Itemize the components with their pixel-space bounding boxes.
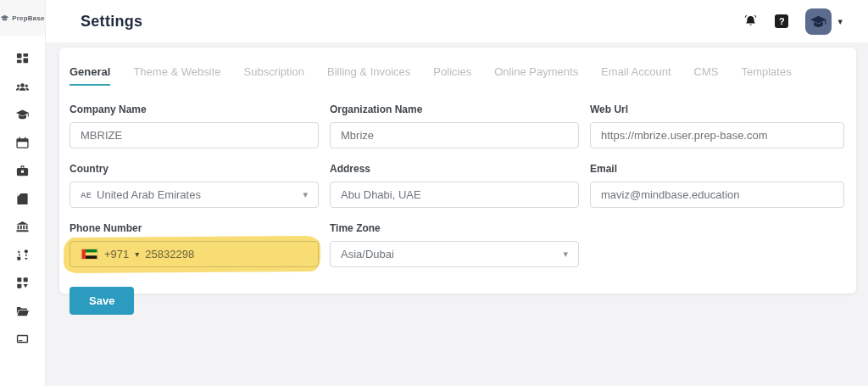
workflow-icon (15, 248, 30, 262)
empty-grid-cell (590, 222, 844, 267)
sidebar-item-jobs[interactable] (12, 163, 34, 178)
phone-number-field: Phone Number +971 ▾ 25832298 (70, 222, 319, 267)
help-button[interactable]: ? (775, 14, 788, 28)
chevron-down-icon: ▾ (303, 189, 308, 200)
sidebar-item-library[interactable] (12, 191, 34, 206)
phone-number-label: Phone Number (70, 222, 319, 234)
graduation-cap-icon (15, 108, 30, 122)
question-mark-icon: ? (779, 16, 785, 26)
settings-card: General Theme & Website Subscription Bil… (59, 48, 856, 294)
logo[interactable]: PrepBase (0, 0, 45, 36)
prepbase-logo-icon (0, 14, 9, 23)
phone-number-value[interactable]: 25832298 (145, 248, 194, 260)
organization-name-label: Organization Name (330, 103, 579, 115)
notifications-button[interactable] (743, 14, 758, 29)
country-field: Country AE United Arab Emirates ▾ (70, 163, 319, 208)
sidebar-item-users[interactable] (12, 79, 34, 94)
briefcase-icon (15, 164, 30, 178)
main-area: Settings ? ▾ General (46, 0, 868, 386)
tab-general[interactable]: General (70, 65, 110, 86)
web-url-label: Web Url (590, 103, 844, 115)
avatar (805, 8, 832, 35)
sidebar: PrepBase (0, 0, 46, 386)
company-name-input[interactable] (70, 122, 319, 148)
tab-online-payments[interactable]: Online Payments (494, 65, 578, 86)
company-name-field: Company Name (70, 103, 319, 148)
tab-policies[interactable]: Policies (433, 65, 471, 86)
timezone-label: Time Zone (330, 222, 579, 234)
folder-open-icon (15, 304, 30, 318)
web-url-input[interactable] (590, 122, 844, 148)
sidebar-item-apps[interactable] (12, 275, 34, 290)
tab-theme-website[interactable]: Theme & Website (133, 65, 220, 86)
topbar-actions: ? ▾ (743, 8, 843, 35)
sidebar-item-files[interactable] (12, 303, 34, 318)
timezone-field: Time Zone Asia/Dubai ▾ (330, 222, 579, 267)
chevron-down-icon: ▾ (135, 249, 139, 259)
user-menu[interactable]: ▾ (805, 8, 843, 35)
users-icon (15, 80, 30, 94)
tab-cms[interactable]: CMS (694, 65, 719, 86)
country-value: United Arab Emirates (97, 188, 201, 201)
credit-card-icon (15, 332, 30, 346)
tab-email-account[interactable]: Email Account (601, 65, 670, 86)
dial-code[interactable]: +971 (104, 248, 129, 260)
settings-tabs: General Theme & Website Subscription Bil… (70, 65, 844, 86)
company-name-label: Company Name (70, 103, 319, 115)
logo-text: PrepBase (12, 14, 45, 22)
phone-number-input[interactable]: +971 ▾ 25832298 (70, 241, 319, 267)
country-label: Country (70, 163, 319, 175)
tab-templates[interactable]: Templates (741, 65, 791, 86)
apps-arrow-down-icon (15, 276, 30, 290)
topbar: Settings ? ▾ (46, 0, 868, 42)
uae-flag-icon (81, 249, 98, 260)
email-input[interactable] (590, 182, 844, 208)
country-code-badge: AE (81, 191, 92, 199)
timezone-value: Asia/Dubai (341, 248, 394, 260)
sidebar-item-institution[interactable] (12, 219, 34, 234)
sidebar-item-dashboard[interactable] (12, 51, 34, 66)
sidebar-item-payments[interactable] (12, 331, 34, 346)
email-field: Email (590, 163, 844, 208)
dashboard-icon (15, 52, 30, 66)
page-title: Settings (81, 13, 142, 31)
chevron-down-icon: ▾ (563, 249, 568, 260)
country-select[interactable]: AE United Arab Emirates ▾ (70, 182, 319, 208)
calendar-icon (15, 136, 30, 150)
avatar-graduation-cap-icon (810, 13, 827, 31)
general-settings-form: Company Name Organization Name Web Url C… (70, 103, 844, 267)
email-label: Email (590, 163, 844, 175)
sidebar-item-workflow[interactable] (12, 247, 34, 262)
sidebar-item-calendar[interactable] (12, 135, 34, 150)
address-field: Address (330, 163, 579, 208)
save-button[interactable]: Save (70, 287, 134, 315)
organization-name-input[interactable] (330, 122, 579, 148)
address-label: Address (330, 163, 579, 175)
tab-subscription[interactable]: Subscription (244, 65, 305, 86)
web-url-field: Web Url (590, 103, 844, 148)
timezone-select[interactable]: Asia/Dubai ▾ (330, 241, 579, 267)
sidebar-menu (12, 51, 34, 346)
chevron-down-icon: ▾ (837, 17, 843, 26)
app-window: PrepBase (0, 0, 868, 386)
content-area: General Theme & Website Subscription Bil… (46, 42, 868, 386)
address-input[interactable] (330, 182, 579, 208)
bank-icon (15, 220, 30, 234)
phone-input-wrap: +971 ▾ 25832298 (70, 241, 319, 267)
tab-billing-invoices[interactable]: Billing & Invoices (327, 65, 410, 86)
sidebar-item-courses[interactable] (12, 107, 34, 122)
book-icon (15, 192, 30, 206)
organization-name-field: Organization Name (330, 103, 579, 148)
bell-icon (743, 14, 758, 29)
